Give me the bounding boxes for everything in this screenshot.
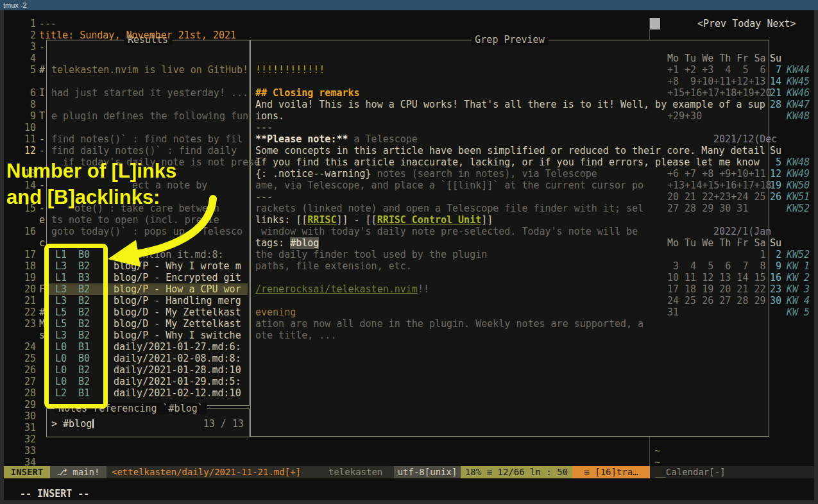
preview-segment: ote title, ... xyxy=(255,330,336,341)
gutter-row: 2title: Sunday, November 21st, 2021 xyxy=(0,29,818,41)
calendar-row: Mo Tu We Th Fr SaSu xyxy=(0,53,818,64)
calendar-days[interactable]: 1 xyxy=(667,249,766,260)
calendar-row: 24 25 26 27 28 2930KW 4 xyxy=(0,295,818,307)
preview-segment: ation are now all done in the plugin. We… xyxy=(255,318,643,330)
calendar-days[interactable]: +13+14+15+16+17+18 xyxy=(667,180,772,191)
calendar-week-label: KW50 xyxy=(787,180,810,191)
calendar-sunday-column[interactable]: 16 xyxy=(767,272,781,283)
results-dim-text: ts note to open (incl. previe xyxy=(51,214,219,226)
gutter-row: 10 xyxy=(0,122,818,133)
line-number: 3 xyxy=(15,41,36,53)
calendar-week-label: KW51 xyxy=(787,191,810,203)
annotation-text: Number of [L]inks and [B]acklinks: xyxy=(6,158,176,210)
calendar-days[interactable]: 27 28 29 30 31 xyxy=(667,203,748,214)
calendar-sunday-column[interactable]: 26 xyxy=(767,191,781,203)
calendar-days[interactable]: +29+30 xyxy=(667,110,702,122)
gutter-row: 1--- xyxy=(0,18,818,29)
calendar-row: 17 18 19 20 21 2223KW 3 xyxy=(0,283,818,295)
result-item-text: daily/2021-01-27.md:6: xyxy=(114,341,241,353)
line-number: 27 xyxy=(15,376,36,387)
calendar-sunday-column[interactable]: 28 xyxy=(767,99,781,110)
calendar-row: +15+16+17+18+19+2021KW46 xyxy=(0,87,818,99)
result-item-text: blog/D - My Zettelkast xyxy=(114,318,241,330)
result-item-text: daily/2021-01-29.md:5: xyxy=(114,376,241,387)
calendar-week-label: KW44 xyxy=(787,64,810,76)
result-item-text: daily/2021-02-08.md:8: xyxy=(114,353,241,364)
calendar-days[interactable]: +6 +7 +8 +9+10+11 xyxy=(667,168,766,180)
line-number: 25 xyxy=(15,353,36,364)
calendar-week-label: KW48 xyxy=(787,156,810,168)
calendar-row: 31KW 5 xyxy=(0,307,818,318)
calendar-days[interactable]: 24 25 26 27 28 29 xyxy=(667,295,766,307)
calendar-week-label: KW 1 xyxy=(787,260,810,272)
preview-segment: ]] - [[ xyxy=(336,214,377,226)
line-number: 1 xyxy=(15,18,36,29)
calendar-week-label: KW 2 xyxy=(787,272,810,283)
calendar-row: 28KW47 xyxy=(0,99,818,110)
calendar-days[interactable]: 10 11 12 13 14 15 xyxy=(667,272,766,283)
calendar-week-label: KW 3 xyxy=(787,283,810,295)
mode-message: -- INSERT -- xyxy=(20,488,89,500)
tmux-title: tmux -2 xyxy=(3,1,27,10)
line-number: 30 xyxy=(15,410,36,422)
calendar-sunday-column[interactable]: 12 xyxy=(767,168,781,180)
calendar-sunday-column[interactable]: 30 xyxy=(767,295,781,307)
line-number: 34 xyxy=(15,457,36,468)
line-number: 29 xyxy=(15,399,36,410)
gutter-row: 30 xyxy=(0,410,818,422)
preview-line: ote title, ... xyxy=(255,330,336,341)
calendar-week-label: KW52 xyxy=(787,203,810,214)
preview-segment: RRISC xyxy=(307,214,336,226)
calendar-days[interactable]: 20 21 22+23+24 25 xyxy=(667,191,766,203)
calendar-sunday-column[interactable]: Su xyxy=(767,237,781,249)
calendar-week-label: KW45 xyxy=(787,76,810,87)
calendar-sunday-column[interactable]: 14 xyxy=(767,76,781,87)
line-number: 28 xyxy=(15,387,36,399)
result-item-text: daily/2021-01-28.md:10 xyxy=(114,364,241,376)
calendar-days[interactable]: +1 +2 +3 4 5 6 xyxy=(667,64,766,76)
calendar-sunday-column[interactable]: 23 xyxy=(767,283,781,295)
calendar-days[interactable]: +15+16+17+18+19+20 xyxy=(667,87,772,99)
calendar-week-label: KW47 xyxy=(787,99,810,110)
terminal-screen: tmux -2 <Prev Today Next> ~ ~ Results Gr… xyxy=(0,0,818,504)
buffer-line-text: - xyxy=(39,41,45,53)
preview-line: ation are now all done in the plugin. We… xyxy=(255,318,643,330)
annotation-highlight-box xyxy=(44,244,108,408)
calendar-sunday-column[interactable]: 9 xyxy=(767,260,781,272)
preview-segment: RRISC Control Unit xyxy=(377,214,482,226)
calendar-days[interactable]: +8 9+10+11+12+13 xyxy=(667,76,766,87)
calendar-week-label: KW 5 xyxy=(787,307,810,318)
line-number: 33 xyxy=(15,445,36,457)
calendar-days[interactable]: Mo Tu We Th Fr Sa xyxy=(667,53,766,64)
calendar-days[interactable]: 17 18 19 20 21 22 xyxy=(667,283,766,295)
preview-segment: --- xyxy=(255,122,273,133)
preview-line: links: [[RRISC]] - [[RRISC Control Unit]… xyxy=(255,214,493,226)
calendar-sunday-column[interactable]: 5 xyxy=(767,156,781,168)
calendar-sunday-column[interactable]: 19 xyxy=(767,180,781,191)
calendar-days[interactable]: 3 4 5 6 7 8 xyxy=(667,260,766,272)
calendar-sunday-column[interactable]: Su xyxy=(767,53,781,64)
calendar-row: Mo Tu We Th Fr SaSu xyxy=(0,237,818,249)
calendar-sunday-column[interactable]: 21 xyxy=(767,87,781,99)
tmux-title-bar: tmux -2 xyxy=(0,0,818,10)
result-item-text: blog/P - Why I switche xyxy=(114,330,241,341)
calendar-week-label: KW52 xyxy=(787,249,810,260)
calendar-sunday-column[interactable]: 7 xyxy=(767,64,781,76)
buffer-line-text: title: Sunday, November 21st, 2021 xyxy=(39,29,236,41)
gutter-row: 3- xyxy=(0,41,818,53)
gutter-row: 29 xyxy=(0,399,818,410)
calendar-sunday-column[interactable]: 2 xyxy=(767,249,781,260)
line-number: 32 xyxy=(15,433,36,445)
preview-segment: ]] xyxy=(481,214,493,226)
buffer-line-text: --- xyxy=(39,18,56,29)
calendar-sunday-column[interactable]: Su xyxy=(767,145,781,156)
calendar-days[interactable]: 31 xyxy=(667,307,679,318)
annotation-line2: and [B]acklinks: xyxy=(6,184,176,210)
calendar-row: 2021/12(Dec xyxy=(0,133,818,145)
calendar-row: 12KW52 xyxy=(0,249,818,260)
annotation-line1: Number of [L]inks xyxy=(6,158,176,184)
gutter-row: 32 xyxy=(0,433,818,445)
line-number: 23 xyxy=(15,318,36,330)
line-number: 31 xyxy=(15,422,36,433)
calendar-days[interactable]: Mo Tu We Th Fr Sa xyxy=(667,237,766,249)
